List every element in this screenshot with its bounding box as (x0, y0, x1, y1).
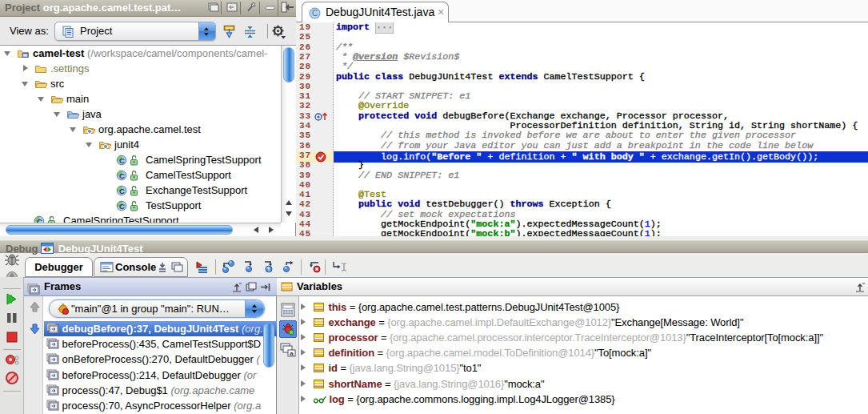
svg-text:!: ! (268, 266, 270, 273)
svg-text:C: C (312, 9, 318, 18)
svg-text:C: C (119, 156, 125, 165)
svg-text:C: C (119, 202, 125, 211)
svg-text:C: C (119, 171, 125, 180)
svg-text:C: C (37, 217, 42, 223)
svg-text:C: C (119, 187, 125, 195)
